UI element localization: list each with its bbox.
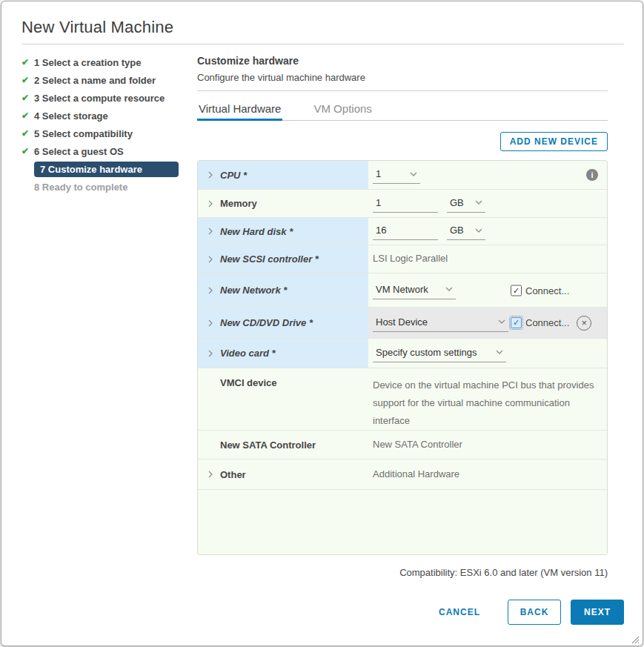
wizard-step-select-compatibility[interactable]: ✔5 Select compatibility <box>21 125 179 142</box>
chevron-down-icon <box>498 319 505 324</box>
hardware-row-new-cd-dvd-drive[interactable]: New CD/DVD Drive *Host Device✓Connect...… <box>198 308 607 339</box>
row-label-cell: Memory <box>198 190 368 217</box>
selected-option-label: GB <box>450 197 464 208</box>
row-label: Memory <box>220 198 257 209</box>
row-label: CPU * <box>220 170 247 181</box>
value-input[interactable]: 1 <box>373 195 438 213</box>
hardware-row-other[interactable]: OtherAdditional Hardware <box>198 459 607 490</box>
value-select[interactable]: Host Device <box>373 314 508 332</box>
row-label: Video card * <box>220 348 276 359</box>
hardware-row-video-card[interactable]: Video card *Specify custom settings <box>198 339 607 368</box>
input-value: 16 <box>376 225 386 236</box>
value-select[interactable]: VM Network <box>373 282 456 299</box>
row-value-cell: Host Device✓Connect...× <box>368 308 607 338</box>
connect-label: Connect... <box>525 285 569 296</box>
value-input[interactable]: 16 <box>373 222 438 240</box>
wizard-step-label: 2 Select a name and folder <box>34 75 156 86</box>
wizard-step-select-a-creation-type[interactable]: ✔1 Select a creation type <box>21 53 179 71</box>
wizard-footer: CANCEL BACK NEXT <box>430 600 624 625</box>
row-value-cell: New SATA Controller <box>368 431 607 459</box>
row-label-cell: Other <box>198 459 368 489</box>
row-label: New Hard disk * <box>220 226 293 237</box>
row-label: New SCSI controller * <box>220 253 319 265</box>
cancel-button[interactable]: CANCEL <box>430 601 489 623</box>
hardware-row-cpu[interactable]: CPU *1i <box>198 161 607 190</box>
row-value-cell: 1i <box>368 161 607 189</box>
connect-label: Connect... <box>525 317 569 328</box>
chevron-down-icon <box>496 350 503 354</box>
step-complete-check-icon: ✔ <box>21 147 34 156</box>
info-icon[interactable]: i <box>586 169 598 181</box>
wizard-step-label: 5 Select compatibility <box>34 128 133 139</box>
hardware-row-new-sata-controller[interactable]: New SATA ControllerNew SATA Controller <box>198 431 607 459</box>
value-text: New SATA Controller <box>373 436 462 454</box>
unit-select[interactable]: GB <box>447 222 485 240</box>
expand-chevron-icon[interactable] <box>208 228 220 235</box>
row-label: New CD/DVD Drive * <box>220 317 313 328</box>
row-value-cell: Additional Hardware <box>368 459 607 489</box>
row-value-cell: VM Network✓Connect... <box>368 273 607 307</box>
wizard-step-label: 1 Select a creation type <box>34 57 142 68</box>
expand-chevron-icon[interactable] <box>208 200 220 208</box>
wizard-step-label: 4 Select storage <box>34 110 108 122</box>
add-new-device-button[interactable]: ADD NEW DEVICE <box>500 132 608 151</box>
wizard-step-label: 8 Ready to complete <box>34 182 127 193</box>
expand-chevron-icon[interactable] <box>208 319 220 327</box>
title-divider <box>21 44 624 44</box>
row-value-cell: Device on the virtual machine PCI bus th… <box>368 368 607 430</box>
screen: New Virtual Machine ✔1 Select a creation… <box>0 0 644 647</box>
input-value: 1 <box>376 197 381 208</box>
hardware-row-memory[interactable]: Memory1GB <box>198 190 607 218</box>
unit-select[interactable]: GB <box>447 195 485 213</box>
tab-vm-options[interactable]: VM Options <box>312 98 373 120</box>
chevron-down-icon <box>475 200 482 205</box>
selected-option-label: GB <box>450 225 464 236</box>
wizard-step-select-a-name-and-folder[interactable]: ✔2 Select a name and folder <box>21 71 179 89</box>
panel-subheading: Configure the virtual machine hardware <box>197 72 608 83</box>
row-label-cell: VMCI device <box>198 368 368 430</box>
row-label: New SATA Controller <box>220 439 316 451</box>
checkbox-checked-icon: ✓ <box>511 285 522 296</box>
panel-heading: Customize hardware <box>197 55 608 67</box>
hardware-row-new-hard-disk[interactable]: New Hard disk *16GB <box>198 218 607 245</box>
expand-chevron-icon[interactable] <box>208 350 220 357</box>
hardware-row-new-scsi-controller[interactable]: New SCSI controller *LSI Logic Parallel <box>198 245 607 273</box>
hardware-row-vmci-device[interactable]: VMCI deviceDevice on the virtual machine… <box>198 368 607 431</box>
wizard-step-customize-hardware: ✔7 Customize hardware <box>21 160 179 178</box>
value-select[interactable]: Specify custom settings <box>373 345 506 362</box>
row-extras: ✓Connect...× <box>511 316 591 331</box>
step-complete-check-icon: ✔ <box>21 58 34 67</box>
expand-chevron-icon[interactable] <box>208 287 220 294</box>
connect-checkbox[interactable]: ✓Connect... <box>511 317 569 328</box>
next-button[interactable]: NEXT <box>571 600 624 625</box>
remove-device-icon[interactable]: × <box>577 316 591 331</box>
wizard-step-select-a-compute-resource[interactable]: ✔3 Select a compute resource <box>21 89 179 107</box>
selected-option-label: VM Network <box>376 284 428 295</box>
compatibility-text: Compatibility: ESXi 6.0 and later (VM ve… <box>197 567 608 578</box>
row-label-cell: CPU * <box>198 161 368 189</box>
row-label-cell: New Hard disk * <box>198 218 368 245</box>
expand-chevron-icon[interactable] <box>208 171 220 179</box>
selected-option-label: Host Device <box>376 316 428 328</box>
row-label-cell: New SATA Controller <box>198 431 368 459</box>
panel-divider <box>197 90 608 91</box>
hardware-tabs: Virtual Hardware VM Options <box>197 98 608 121</box>
resize-grip-icon[interactable] <box>630 633 639 642</box>
row-value-cell: Specify custom settings <box>368 339 607 368</box>
wizard-step-select-a-guest-os[interactable]: ✔6 Select a guest OS <box>21 142 179 160</box>
connect-checkbox[interactable]: ✓Connect... <box>511 285 569 296</box>
step-complete-check-icon: ✔ <box>21 93 34 102</box>
back-button[interactable]: BACK <box>508 600 561 625</box>
expand-chevron-icon[interactable] <box>208 256 220 263</box>
hardware-table: CPU *1iMemory1GBNew Hard disk *16GBNew S… <box>197 160 608 555</box>
tab-virtual-hardware[interactable]: Virtual Hardware <box>197 98 282 121</box>
wizard-step-select-storage[interactable]: ✔4 Select storage <box>21 107 179 125</box>
hardware-row-new-network[interactable]: New Network *VM Network✓Connect... <box>198 273 607 308</box>
value-text: Device on the virtual machine PCI bus th… <box>373 376 599 430</box>
value-select[interactable]: 1 <box>373 166 420 184</box>
device-toolbar: ADD NEW DEVICE <box>197 132 608 151</box>
wizard-steps: ✔1 Select a creation type✔2 Select a nam… <box>21 53 179 196</box>
wizard-step-ready-to-complete[interactable]: ✔8 Ready to complete <box>21 178 179 196</box>
expand-chevron-icon[interactable] <box>208 471 220 478</box>
step-complete-check-icon: ✔ <box>21 76 34 84</box>
